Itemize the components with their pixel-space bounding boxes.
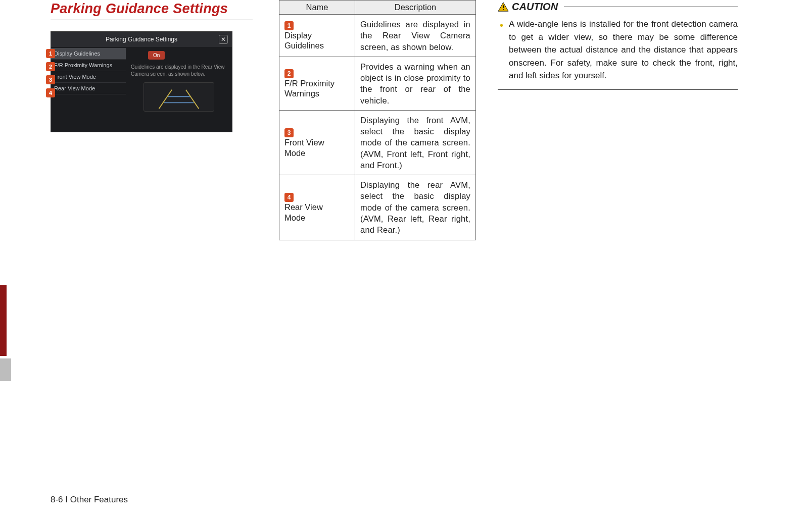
screenshot-right-pane: On Guidelines are displayed in the Rear …	[126, 47, 232, 133]
guidelines-preview	[144, 82, 214, 112]
caution-label: CAUTION	[512, 1, 558, 13]
caution-rule	[564, 7, 738, 7]
screenshot-description: Guidelines are displayed in the Rear Vie…	[131, 64, 227, 77]
center-column: Name Description 1Display Guidelines Gui…	[279, 0, 476, 240]
menu-item-rear-view[interactable]: Rear View Mode	[51, 83, 126, 94]
table-header-row: Name Description	[279, 1, 476, 15]
row-badge: 1	[284, 21, 294, 30]
table-row: 1Display Guidelines Guidelines are displ…	[279, 15, 476, 57]
guidelines-icon	[144, 83, 214, 112]
side-tab-gray	[0, 358, 11, 381]
callout-3: 3	[46, 75, 55, 84]
warning-triangle-icon	[498, 2, 509, 12]
page-footer: 8-6 I Other Features	[51, 495, 128, 505]
menu-item-label: Front View Mode	[54, 74, 96, 80]
table-row: 3Front View Mode Displaying the front AV…	[279, 110, 476, 175]
heading-underline	[51, 20, 253, 20]
left-column: Parking Guidance Settings Parking Guidan…	[51, 1, 253, 132]
svg-rect-1	[503, 9, 504, 10]
row-name: F/R Proximity Warnings	[284, 78, 339, 99]
menu-item-proximity-warnings[interactable]: F/R Proximity Warnings	[51, 60, 126, 71]
description-table: Name Description 1Display Guidelines Gui…	[279, 0, 476, 240]
callout-4: 4	[46, 88, 55, 97]
caution-bullet-text: A wide-angle lens is installed for the f…	[498, 18, 738, 82]
menu-item-label: F/R Proximity Warnings	[54, 62, 112, 68]
menu-item-front-view[interactable]: Front View Mode	[51, 71, 126, 83]
close-icon[interactable]: ✕	[219, 35, 228, 44]
row-desc: Provides a warning when an object is in …	[355, 57, 476, 110]
row-name: Display Guidelines	[284, 30, 339, 51]
row-desc: Displaying the rear AVM, select the basi…	[355, 175, 476, 240]
row-badge: 2	[284, 69, 294, 78]
callout-2: 2	[46, 62, 55, 71]
screenshot-menu: Display Guidelines F/R Proximity Warning…	[51, 47, 126, 133]
callout-1: 1	[46, 49, 55, 58]
menu-item-label: Rear View Mode	[54, 85, 95, 91]
on-toggle[interactable]: On	[148, 51, 165, 60]
row-name: Front View Mode	[284, 137, 339, 158]
row-desc: Guidelines are displayed in the Rear Vie…	[355, 15, 476, 57]
screenshot-body: Display Guidelines F/R Proximity Warning…	[51, 47, 232, 133]
row-desc: Displaying the front AVM, select the bas…	[355, 110, 476, 175]
caution-bottom-rule	[498, 89, 738, 90]
caution-body: A wide-angle lens is installed for the f…	[498, 18, 738, 82]
settings-screenshot: Parking Guidance Settings ✕ Display Guid…	[51, 31, 232, 132]
table-row: 2F/R Proximity Warnings Provides a warni…	[279, 57, 476, 110]
screenshot-title: Parking Guidance Settings	[106, 36, 177, 43]
menu-item-label: Display Guidelines	[54, 50, 100, 57]
row-name: Rear View Mode	[284, 202, 339, 223]
section-heading: Parking Guidance Settings	[51, 1, 253, 17]
row-badge: 3	[284, 128, 294, 137]
menu-item-display-guidelines[interactable]: Display Guidelines	[51, 48, 126, 60]
row-badge: 4	[284, 193, 294, 202]
th-name: Name	[279, 1, 355, 15]
screenshot-titlebar: Parking Guidance Settings ✕	[51, 32, 232, 47]
caution-header: CAUTION	[498, 1, 738, 13]
table-row: 4Rear View Mode Displaying the rear AVM,…	[279, 175, 476, 240]
side-tab-red	[0, 285, 7, 356]
right-column: CAUTION A wide-angle lens is installed f…	[498, 1, 738, 90]
svg-rect-0	[503, 5, 504, 8]
th-desc: Description	[355, 1, 476, 15]
